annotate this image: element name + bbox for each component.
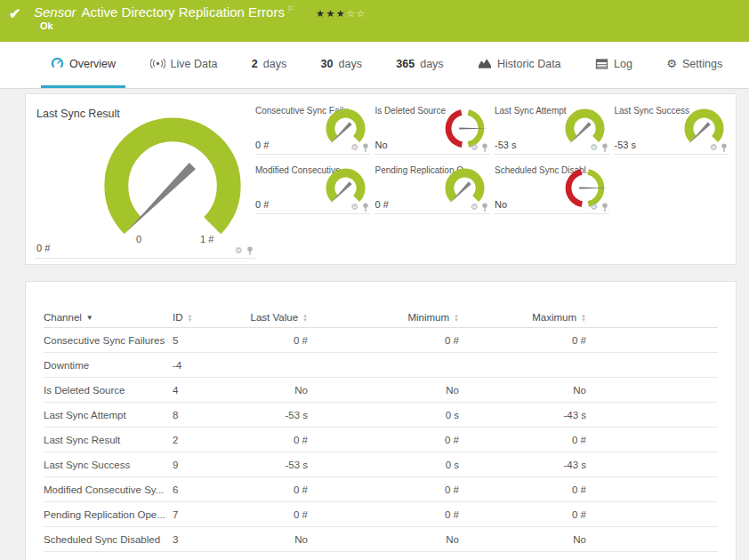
cell-min: 0 s xyxy=(308,452,459,477)
cell-id: 5 xyxy=(173,328,242,353)
pin-icon[interactable] xyxy=(362,143,369,152)
tab-30-days[interactable]: 30days xyxy=(311,42,372,88)
gauge-tile-icons: ⚙ xyxy=(591,143,608,152)
channel-settings-icon xyxy=(586,458,624,470)
star-empty-icon[interactable]: ☆ xyxy=(357,8,366,19)
channel-settings-button[interactable] xyxy=(586,328,718,353)
tab-log[interactable]: Log xyxy=(585,42,642,88)
pin-icon[interactable] xyxy=(601,143,608,152)
channel-settings-button[interactable] xyxy=(586,452,718,477)
table-row-last-sync-result[interactable]: Last Sync Result20 #0 #0 # xyxy=(44,428,718,452)
gauge-tile-consecutive-sync-failu[interactable]: Consecutive Sync Failu... 0 #⚙ xyxy=(255,104,370,155)
column-label: Minimum xyxy=(407,312,449,323)
cell-max: -43 s xyxy=(459,403,586,428)
gauge-tile-pending-replication-o[interactable]: Pending Replication O... 0 #⚙ xyxy=(375,164,490,214)
channel-settings-icon xyxy=(586,508,624,520)
tab-number: 365 xyxy=(396,58,415,70)
table-row-scheduled-sync-disabled[interactable]: Scheduled Sync Disabled3NoNoNo xyxy=(44,527,718,552)
sensor-status-text: Ok xyxy=(0,20,749,31)
tab-settings[interactable]: ⚙Settings xyxy=(656,42,732,88)
status-ok-check-icon: ✔ xyxy=(9,5,20,22)
gauge-tile-value: No xyxy=(375,140,388,150)
sort-icon: ▲▼ xyxy=(454,314,459,322)
channel-settings-button[interactable] xyxy=(586,502,718,527)
gauge-tile-value: -53 s xyxy=(495,140,516,150)
channel-settings-icon xyxy=(586,483,624,495)
cell-channel: Scheduled Sync Disabled xyxy=(44,527,173,552)
gauge-tile-last-sync-attempt[interactable]: Last Sync Attempt -53 s⚙ xyxy=(495,104,609,155)
cell-max: No xyxy=(459,378,586,403)
gauge-tile-scheduled-sync-disabl[interactable]: Scheduled Sync Disabl... No⚙ xyxy=(495,164,609,214)
channel-settings-icon xyxy=(586,433,624,445)
star-filled-icon[interactable]: ★ xyxy=(336,8,346,19)
table-row-last-sync-attempt[interactable]: Last Sync Attempt8-53 s0 s-43 s xyxy=(44,403,718,428)
tab-live-data[interactable]: Live Data xyxy=(141,42,228,88)
gauge-tile-value: -53 s xyxy=(615,140,636,150)
channel-settings-button[interactable] xyxy=(586,378,718,403)
table-row-last-sync-success[interactable]: Last Sync Success9-53 s0 s-43 s xyxy=(44,452,718,477)
main-gauge-tile: Last Sync Result 0 1 # 0 # ⚙ xyxy=(35,101,255,259)
gear-icon[interactable]: ⚙ xyxy=(351,203,359,212)
tab-2-days[interactable]: 2days xyxy=(242,42,296,88)
gauge-tile-modified-consecutive[interactable]: Modified Consecutive ... 0 #⚙ xyxy=(255,164,370,214)
cell-channel: Last Sync Result xyxy=(44,428,173,452)
gauge-tile-value: No xyxy=(495,199,507,210)
column-header-id[interactable]: ID▲▼ xyxy=(173,307,242,328)
gauge-tile-is-deleted-source[interactable]: Is Deleted Source No⚙ xyxy=(375,104,490,155)
gear-icon[interactable]: ⚙ xyxy=(471,143,479,152)
sensor-header: ✔ SensorActive Directory Replication Err… xyxy=(0,0,749,42)
column-header-minimum[interactable]: Minimum▲▼ xyxy=(308,307,459,328)
gear-icon[interactable]: ⚙ xyxy=(235,246,243,255)
gear-icon[interactable]: ⚙ xyxy=(710,143,718,152)
channel-settings-button[interactable] xyxy=(586,477,718,502)
cell-channel: Consecutive Sync Failures xyxy=(44,328,173,353)
table-row-downtime[interactable]: Downtime-4 xyxy=(44,353,718,378)
tab-overview[interactable]: Overview xyxy=(41,42,125,88)
column-header-maximum[interactable]: Maximum▲▼ xyxy=(459,307,586,328)
cell-min xyxy=(308,353,459,378)
pin-icon[interactable] xyxy=(362,203,369,212)
gauge-tile-value: 0 # xyxy=(255,199,269,210)
table-row-is-deleted-source[interactable]: Is Deleted Source4NoNoNo xyxy=(44,378,718,403)
gear-icon[interactable]: ⚙ xyxy=(351,143,359,152)
table-row-modified-consecutive-sy[interactable]: Modified Consecutive Sy...60 #0 #0 # xyxy=(44,477,718,502)
cell-min: 0 s xyxy=(308,403,459,428)
column-header-last-value[interactable]: Last Value▲▼ xyxy=(242,307,308,328)
channel-settings-button[interactable] xyxy=(586,527,718,552)
star-empty-icon[interactable]: ☆ xyxy=(346,8,356,19)
tab-365-days[interactable]: 365days xyxy=(386,42,453,88)
pin-icon[interactable] xyxy=(601,203,608,212)
tab-label: Log xyxy=(614,58,632,70)
gear-icon[interactable]: ⚙ xyxy=(471,203,479,212)
table-row-consecutive-sync-failures[interactable]: Consecutive Sync Failures50 #0 #0 # xyxy=(44,328,718,353)
priority-stars[interactable]: ★★★☆☆ xyxy=(316,8,366,19)
gauge-tile-last-sync-success[interactable]: Last Sync Success -53 s⚙ xyxy=(615,104,729,155)
channel-settings-button[interactable] xyxy=(586,428,718,452)
gauge-tile-icons: ⚙ xyxy=(351,143,369,152)
star-filled-icon[interactable]: ★ xyxy=(326,8,335,19)
pin-icon[interactable] xyxy=(246,246,254,255)
pin-icon[interactable] xyxy=(721,143,728,152)
gauge-tiles-grid: Consecutive Sync Failu... 0 #⚙ Is Delete… xyxy=(255,104,729,214)
table-row-pending-replication-ope[interactable]: Pending Replication Ope...70 #0 #0 # xyxy=(44,502,718,527)
star-filled-icon[interactable]: ★ xyxy=(316,8,326,19)
cell-last xyxy=(242,353,308,378)
gear-icon[interactable]: ⚙ xyxy=(591,143,599,152)
cell-channel: Last Sync Attempt xyxy=(44,403,173,428)
cell-id: 6 xyxy=(173,477,242,502)
tab-historic-data[interactable]: Historic Data xyxy=(468,42,571,88)
cell-id: -4 xyxy=(173,353,242,378)
channel-settings-button[interactable] xyxy=(586,353,718,378)
channel-settings-button[interactable] xyxy=(586,403,718,428)
pin-icon[interactable] xyxy=(481,143,488,152)
gauge-tile-value: 0 # xyxy=(375,199,389,210)
cell-last: No xyxy=(242,527,308,552)
main-gauge xyxy=(102,116,243,256)
column-header-channel[interactable]: Channel▼ xyxy=(44,307,173,328)
cell-channel: Modified Consecutive Sy... xyxy=(44,477,173,502)
pin-icon[interactable] xyxy=(481,203,488,212)
gear-icon[interactable]: ⚙ xyxy=(591,203,599,212)
cell-max: 0 # xyxy=(459,428,586,452)
cell-id: 4 xyxy=(173,378,242,403)
cell-channel: Last Sync Success xyxy=(44,452,173,477)
